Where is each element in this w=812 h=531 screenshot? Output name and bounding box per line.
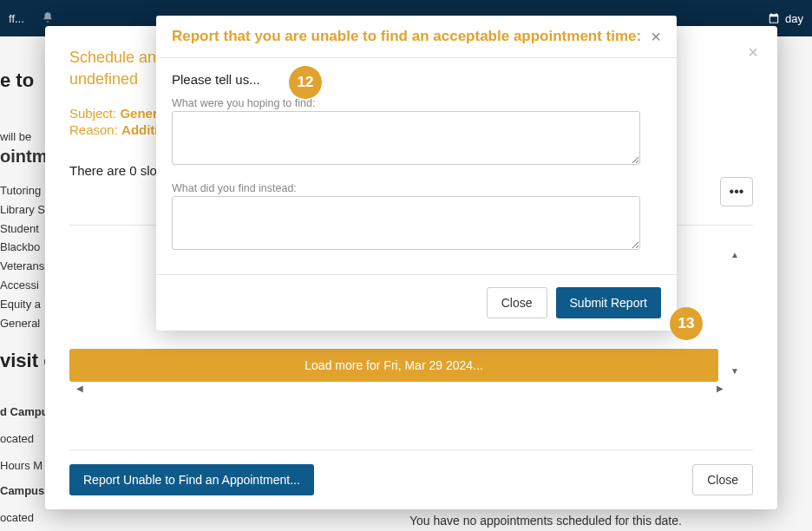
- annotation-badge-13: 13: [670, 307, 703, 340]
- report-modal-body: Please tell us... What were you hoping t…: [156, 58, 677, 274]
- hoping-textarea[interactable]: [172, 111, 640, 165]
- topbar-left-text: ff...: [9, 12, 24, 25]
- annotation-badge-12: 12: [289, 66, 322, 99]
- schedule-modal-footer: Report Unable to Find an Appointment... …: [69, 449, 753, 495]
- report-modal: Report that you are unable to find an ac…: [156, 16, 677, 331]
- report-modal-footer: Close Submit Report: [156, 274, 677, 331]
- scroll-left-icon[interactable]: ◀: [76, 384, 83, 393]
- scroll-right-icon[interactable]: ▶: [717, 384, 724, 393]
- report-close-button[interactable]: Close: [487, 287, 547, 318]
- dots-icon: •••: [730, 184, 744, 200]
- topbar-right[interactable]: day: [768, 12, 803, 25]
- report-modal-title: Report that you are unable to find an ac…: [172, 28, 641, 45]
- more-options-button[interactable]: •••: [720, 177, 753, 206]
- report-modal-header: Report that you are unable to find an ac…: [156, 16, 677, 58]
- bell-icon[interactable]: [42, 11, 54, 26]
- hoping-label: What were you hoping to find:: [172, 97, 661, 109]
- submit-report-button[interactable]: Submit Report: [556, 287, 661, 318]
- scroll-down-icon[interactable]: ▼: [730, 366, 739, 376]
- topbar-day-label: day: [785, 12, 803, 25]
- bg-located-2: ocated: [0, 511, 812, 524]
- schedule-close-button[interactable]: Close: [692, 464, 753, 495]
- found-label: What did you find instead:: [172, 182, 661, 194]
- bg-no-appointments: You have no appointments scheduled for t…: [409, 514, 682, 528]
- report-lead-text: Please tell us...: [172, 72, 661, 87]
- load-more-button[interactable]: Load more for Fri, Mar 29 2024...: [69, 349, 718, 382]
- scroll-up-icon[interactable]: ▲: [730, 250, 739, 259]
- close-icon[interactable]: ×: [651, 28, 661, 45]
- report-unable-button[interactable]: Report Unable to Find an Appointment...: [69, 464, 314, 495]
- found-textarea[interactable]: [172, 196, 640, 250]
